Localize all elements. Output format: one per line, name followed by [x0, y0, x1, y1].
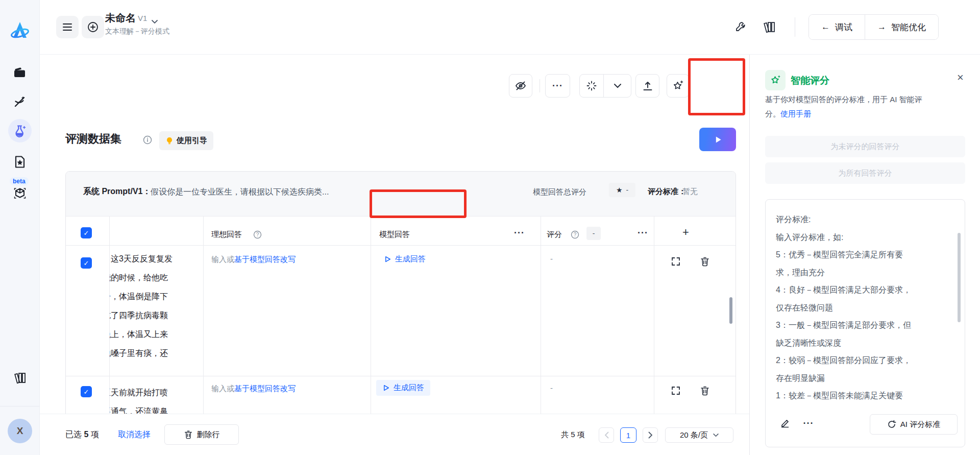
criteria-line: 1：较差－模型回答未能满足关键要	[776, 387, 955, 405]
sidebar-item-models[interactable]	[13, 187, 27, 199]
criteria-text-area[interactable]: 评分标准: 输入评分标准，如: 5：优秀－模型回答完全满足所有要 求，理由充分 …	[776, 211, 955, 407]
rewrite-link[interactable]: 基于模型回答改写	[234, 255, 296, 264]
lightbulb-icon	[165, 137, 174, 145]
model-answer-header: 模型回答	[379, 230, 410, 240]
select-all-checkbox[interactable]: ✓	[81, 227, 92, 238]
toolbar-divider	[540, 79, 540, 92]
ideal-answer-cell[interactable]: 输入或基于模型回答改写	[211, 255, 296, 265]
deselect-link[interactable]: 取消选择	[118, 429, 151, 440]
score-unscored-button[interactable]: 为未评分的回答评分	[765, 136, 965, 157]
evaluation-table-card: 系统 Prompt/V1： 假设你是一位专业医生，请根据以下候选疾病类... 模…	[65, 171, 736, 455]
total-score-value: -	[626, 186, 628, 194]
manual-link[interactable]: 使用手册	[780, 109, 811, 118]
debug-button[interactable]: ← 调试	[809, 15, 865, 39]
row-checkbox[interactable]: ✓	[81, 257, 92, 269]
star-icon: ★	[616, 186, 623, 194]
fullscreen-icon	[671, 386, 681, 396]
row-checkbox[interactable]: ✓	[81, 386, 92, 397]
score-help-icon[interactable]: ?	[571, 230, 579, 241]
system-prompt-text[interactable]: 假设你是一位专业医生，请根据以下候选疾病类...	[151, 187, 329, 198]
trash-icon	[700, 256, 710, 267]
generate-answer-label: 生成回答	[395, 254, 426, 264]
header-row-divider	[66, 245, 736, 246]
version-chevron-down-icon[interactable]	[152, 17, 158, 26]
criteria-line: 4：良好－模型回答满足大部分要求，	[776, 281, 955, 299]
run-evaluation-button[interactable]	[699, 128, 736, 151]
wrench-icon	[734, 21, 747, 33]
rewrite-link[interactable]: 基于模型回答改写	[234, 384, 296, 393]
check-icon: ✓	[84, 259, 89, 267]
page-number-button[interactable]: 1	[620, 427, 636, 443]
table-footer-bar: 已选 5 项 取消选择 删除行 共 5 项 1 20 条/页	[40, 414, 749, 455]
expand-row-button[interactable]	[670, 255, 682, 268]
ellipsis-icon: ···	[552, 81, 563, 91]
hamburger-icon	[63, 23, 72, 31]
expand-row-button[interactable]	[670, 385, 682, 397]
magic-wand-icon	[13, 95, 27, 108]
user-avatar[interactable]: X	[8, 419, 32, 443]
favorite-button[interactable]	[667, 74, 689, 98]
generate-answer-button[interactable]: 生成回答	[376, 380, 430, 396]
docs-button[interactable]	[761, 18, 778, 36]
criteria-more-button[interactable]: ···	[802, 417, 815, 429]
total-score-badge: ★ -	[609, 183, 635, 197]
optimize-label: 智能优化	[891, 21, 926, 33]
sidebar-item-library[interactable]	[13, 371, 27, 385]
mode-switch-group: ← 调试 → 智能优化	[808, 14, 939, 40]
criteria-scrollbar-thumb[interactable]	[958, 233, 961, 322]
prev-page-button[interactable]	[599, 427, 614, 443]
score-column-menu[interactable]: ···	[638, 228, 648, 238]
play-icon	[714, 135, 722, 144]
books-icon	[13, 372, 27, 384]
upload-icon	[642, 80, 653, 91]
auto-generate-button[interactable]	[579, 74, 604, 98]
chevron-down-icon	[614, 84, 621, 88]
logo-swirl-icon	[9, 20, 31, 41]
more-actions-button[interactable]: ···	[545, 74, 570, 98]
ai-criteria-button[interactable]: AI 评分标准	[870, 414, 958, 435]
app-window: beta X	[0, 0, 980, 455]
smart-optimize-button[interactable]: → 智能优化	[865, 15, 938, 39]
model-column-menu[interactable]: ···	[514, 228, 525, 238]
ideal-answer-cell[interactable]: 输入或基于模型回答改写	[211, 384, 296, 394]
vertical-scrollbar-thumb[interactable]	[729, 297, 732, 324]
edit-criteria-button[interactable]	[779, 417, 791, 429]
criteria-line: 3：一般－模型回答满足部分要求，但	[776, 317, 955, 334]
panel-desc-line1: 基于你对模型回答的评分标准，用于 AI 智能评	[765, 95, 922, 104]
scoring-criteria-card: 评分标准: 输入评分标准，如: 5：优秀－模型回答完全满足所有要 求，理由充分 …	[765, 199, 965, 447]
sidebar-item-projects[interactable]	[13, 66, 27, 79]
delete-row-button[interactable]	[699, 385, 711, 397]
row-divider	[66, 376, 736, 376]
generate-answer-button[interactable]: 生成回答	[384, 254, 426, 264]
next-page-button[interactable]	[643, 427, 658, 443]
add-column-button[interactable]: +	[682, 226, 689, 239]
criteria-line: 仅存在轻微问题	[776, 299, 955, 317]
dataset-info-icon[interactable]	[143, 135, 152, 147]
hide-columns-button[interactable]	[509, 74, 532, 98]
ideal-answer-help-icon[interactable]: ?	[253, 230, 262, 241]
app-logo[interactable]	[9, 19, 31, 42]
usage-guide-badge[interactable]: 使用引导	[159, 131, 213, 150]
sidebar-item-optimize[interactable]	[13, 95, 27, 108]
version-label[interactable]: V1	[138, 14, 147, 22]
close-panel-button[interactable]: ×	[957, 71, 964, 84]
upload-button[interactable]	[635, 74, 659, 98]
generate-options-button[interactable]	[603, 74, 631, 98]
question-line: 他嗓子里有痰，还	[110, 348, 168, 359]
criteria-line: 求，理由充分	[776, 264, 955, 282]
criteria-value: 暂无	[682, 187, 698, 197]
delete-row-button[interactable]	[699, 255, 711, 268]
new-task-button[interactable]	[82, 16, 104, 38]
page-size-select[interactable]: 20 条/页	[665, 427, 733, 443]
play-outline-icon	[382, 384, 390, 392]
score-header: 评分	[547, 230, 562, 240]
score-header-badge[interactable]: -	[586, 227, 601, 240]
sidebar-item-favorites[interactable]	[13, 155, 27, 169]
tools-button[interactable]	[732, 18, 749, 36]
question-cell[interactable]: 这3天反反复复发 烧的时候，给他吃 粉，体温倒是降下 吃了四季抗病毒颗 晚上，体…	[110, 248, 203, 374]
score-all-button[interactable]: 为所有回答评分	[765, 162, 965, 184]
menu-button[interactable]	[56, 16, 79, 38]
arrow-right-icon: →	[877, 22, 886, 32]
sidebar-item-evaluation-active[interactable]	[13, 124, 27, 138]
delete-rows-button[interactable]: 删除行	[164, 424, 239, 445]
